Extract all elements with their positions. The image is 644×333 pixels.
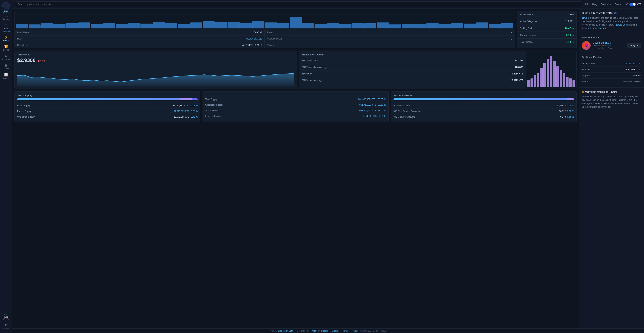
- election-icon: ◉: [5, 63, 8, 67]
- sidebar-item-activity[interactable]: ⚡ Activity: [0, 34, 12, 43]
- baker-commission: Commission: 6.66 %: [593, 45, 625, 47]
- sidebar-bakers-label: Bakers: [3, 49, 9, 51]
- datetime-label: Date & Time: [17, 44, 29, 46]
- guide-link[interactable]: Guide: [614, 3, 621, 6]
- toggle-usd-label: USD: [624, 3, 628, 6]
- sidebar-activity-label: Activity: [3, 40, 9, 42]
- frozen-supply-value: 57,975,569 XTZ 6.58 %: [174, 110, 198, 113]
- vol-bar: [563, 73, 565, 87]
- currency-toggle-group: USD XTZ: [624, 3, 641, 6]
- network-label: Mainnet: [3, 12, 9, 14]
- sidebar-item-election[interactable]: ◉ Election: [0, 62, 12, 71]
- cycle-time: +1d 51min: [2, 18, 10, 20]
- vol-bar: [572, 80, 575, 87]
- build-section: Build on Tezos with TzGo ↗ TzGo is a pow…: [579, 9, 644, 33]
- status-row: Status Waiting for next vote: [582, 79, 641, 84]
- sidebar-block-num: 1,546,798: [2, 30, 10, 32]
- tx-stats: Transaction Volume 1D Transactions 101,2…: [299, 51, 526, 89]
- op-count-row: Operation Count 0: [264, 36, 514, 42]
- circ-supply-label: Circulating Supply: [205, 104, 223, 106]
- tx-panel-title: Transaction Volume: [302, 53, 523, 56]
- tx-value-2: 9.23M XTZ: [512, 72, 523, 75]
- footer-copy: © 2021: [270, 330, 277, 332]
- time-1250: 12:50: [214, 27, 218, 29]
- vol-bar: [527, 80, 530, 87]
- vol-bar: [569, 79, 572, 87]
- supply-bar-frozen: [180, 98, 192, 100]
- markets-icon: 📊: [4, 73, 8, 77]
- current-rewards-label: Current Rewards: [520, 34, 536, 37]
- sidebar-item-protocols[interactable]: ⚙ Protocols: [0, 52, 12, 62]
- total-supply-val: 881,688,957 XTZ 100.00 %: [358, 98, 386, 101]
- sidebar-protocols-label: Protocols: [2, 58, 10, 60]
- footer-twitter[interactable]: Twitter: [310, 330, 316, 332]
- past-inflation-label: Past Inflation: [520, 41, 532, 43]
- star-icon: ★: [582, 90, 584, 93]
- frozen-supply-row: Frozen Supply 57,975,569 XTZ 6.58 %: [17, 109, 198, 114]
- block-icon: ⊞: [5, 23, 8, 27]
- active-bakers-row: Active Bakers 395: [517, 11, 576, 18]
- vol-bar: [566, 77, 568, 87]
- op-count-label: Operation Count: [267, 38, 283, 40]
- price-chart-area: [17, 65, 294, 86]
- footer-discord[interactable]: Discord: [321, 330, 328, 332]
- supply-bar-unclaimed: [192, 98, 198, 100]
- baker-name[interactable]: Devil's Delegate ♦: [593, 42, 625, 44]
- total-supply-label: Total Supply: [205, 98, 217, 101]
- blog-link[interactable]: Blog: [592, 3, 597, 6]
- tzstats-go-link[interactable]: TzStats-Go: [614, 24, 626, 26]
- footer-company[interactable]: Blockwatch Data: [278, 330, 293, 332]
- price-area: [17, 73, 294, 86]
- sidebar-item-markets[interactable]: 📊 Markets: [0, 71, 12, 81]
- sidebar-item-bakers[interactable]: 🍞 Bakers: [0, 43, 12, 52]
- sidebar: 377 stats Mainnet Cycle +1d 51min ⊞ Bloc…: [0, 0, 12, 333]
- ends-on-value: Jul 8, 2021 14:19: [624, 68, 641, 71]
- mid-row: Tezos Price $2.9308 -0.13 %: [14, 51, 577, 89]
- hash-value[interactable]: BL29Ahsk..zGjL: [246, 38, 262, 40]
- delegate-button[interactable]: Delegate: [627, 43, 641, 48]
- sidebar-markets-label: Markets: [3, 77, 10, 79]
- chart-bar highlight: [290, 17, 302, 29]
- currency-toggle[interactable]: [629, 3, 636, 6]
- baker-row: Baker -: [264, 29, 514, 36]
- volume-row: Volume: [264, 42, 514, 48]
- price-change-pct: -0.13 %: [37, 60, 46, 63]
- voting-period-value[interactable]: Cooldown (3/5): [626, 62, 641, 65]
- tzstats-api-link[interactable]: TzStats Data API: [590, 27, 606, 30]
- active-bakers-value: 395: [570, 13, 574, 16]
- footer-terms[interactable]: Terms: [342, 330, 348, 332]
- bookmark-text: Add bookmarks for any account or contrac…: [582, 95, 641, 109]
- tzgo-link[interactable]: TzGo: [582, 17, 587, 19]
- sidebar-item-settings[interactable]: ⚙ Settings: [3, 322, 10, 331]
- logo-stats-label: stats: [4, 10, 8, 12]
- circ-spacer: [205, 94, 386, 97]
- volume-label: Volume: [267, 44, 274, 46]
- hash-label: Hash: [17, 38, 22, 40]
- tx-label-2: 1D Volume: [302, 73, 312, 75]
- time-1300: 13:00: [312, 27, 316, 29]
- unclaimed-supply-row: Unclaimed Supply 29,971,056 XTZ 3.40 %: [17, 114, 198, 120]
- time-1230: 12:30: [16, 27, 21, 29]
- search-input[interactable]: [15, 2, 582, 7]
- feedback-link[interactable]: Feedback: [600, 3, 611, 6]
- sidebar-item-block[interactable]: ⊞ Block 1,546,798: [0, 22, 12, 34]
- funded-accounts-row: Funded Accounts 1,402,674 100.00 %: [394, 103, 574, 109]
- new-funded-row: 30D New Funded Accounts 50,792 3.62 %: [394, 109, 574, 114]
- baker-info: Devil's Delegate ♦ Commission: 6.66 % Lo…: [593, 42, 625, 49]
- supply-bar-liquid: [17, 98, 180, 100]
- tx-row-1: 30D Transactions Average 128,863: [302, 64, 523, 71]
- frozen-supply-label: Frozen Supply: [17, 110, 31, 113]
- account-panel: Account Growth Funded Accounts 1,402,674…: [391, 91, 577, 122]
- footer-privacy[interactable]: Privacy: [352, 330, 358, 332]
- toggle-knob: [633, 3, 636, 6]
- api-link[interactable]: API: [585, 3, 588, 6]
- header: API Blog Feedback Guide USD XTZ: [12, 0, 644, 9]
- bookmark-section: ★ Using bookmarks on TzStats Add bookmar…: [579, 88, 644, 112]
- voting-period-row: Voting Period Cooldown (3/5): [582, 61, 641, 67]
- footer-credits[interactable]: Credits: [332, 330, 338, 332]
- liquid-supply-row: Liquid Supply 793,742,332 XTZ 90.03 %: [17, 103, 198, 109]
- vol-bar: [537, 73, 540, 87]
- price-chart-svg: [17, 65, 294, 86]
- baker-label: Baker: [267, 31, 273, 34]
- footer-dash-4: –: [349, 330, 350, 332]
